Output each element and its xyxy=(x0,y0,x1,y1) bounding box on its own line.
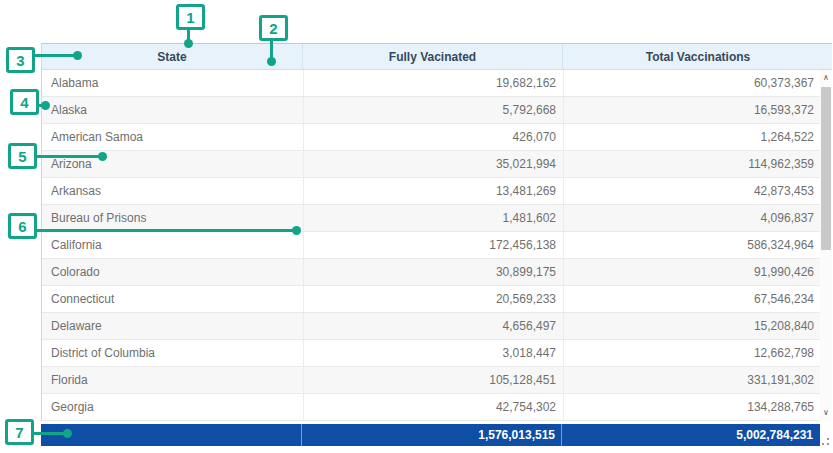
cell-total-vaccinations: 114,962,359 xyxy=(563,151,833,177)
cell-state: Connecticut xyxy=(42,286,303,312)
cell-state: District of Columbia xyxy=(42,340,303,366)
table-row: California 172,456,138 586,324,964 xyxy=(42,232,832,259)
scroll-up-icon[interactable]: ∧ xyxy=(820,72,832,84)
cell-state: Georgia xyxy=(42,394,303,420)
callout-1-label: 1 xyxy=(186,9,194,26)
callout-7-label: 7 xyxy=(15,424,23,441)
callout-3-label: 3 xyxy=(16,52,24,69)
cell-state: Florida xyxy=(42,367,303,393)
scrollbar-thumb[interactable] xyxy=(821,87,831,250)
cell-total-vaccinations: 15,208,840 xyxy=(563,313,833,339)
table-row: Arizona 35,021,994 114,962,359 xyxy=(42,151,832,178)
cell-fully-vaccinated: 42,754,302 xyxy=(303,394,563,420)
cell-fully-vaccinated: 35,021,994 xyxy=(303,151,563,177)
cell-fully-vaccinated: 30,899,175 xyxy=(303,259,563,285)
callout-3-line xyxy=(34,54,76,57)
cell-total-vaccinations: 91,990,426 xyxy=(563,259,833,285)
column-header-fully-vaccinated[interactable]: Fully Vacinated xyxy=(303,44,563,69)
callout-5-line xyxy=(36,155,100,158)
cell-state: Alabama xyxy=(42,70,303,96)
cell-fully-vaccinated: 426,070 xyxy=(303,124,563,150)
totals-cell-total-vaccinations: 5,002,784,231 xyxy=(562,424,820,446)
callout-7-line xyxy=(33,432,66,435)
callout-5-marker: 5 xyxy=(8,143,37,169)
cell-state: American Samoa xyxy=(42,124,303,150)
table-totals-row: 1,576,013,515 5,002,784,231 xyxy=(41,424,820,446)
callout-1-dot xyxy=(184,39,193,48)
callout-2-marker: 2 xyxy=(259,15,288,41)
callout-5-label: 5 xyxy=(18,148,26,165)
cell-fully-vaccinated: 172,456,138 xyxy=(303,232,563,258)
table-row: American Samoa 426,070 1,264,522 xyxy=(42,124,832,151)
cell-total-vaccinations: 67,546,234 xyxy=(563,286,833,312)
cell-fully-vaccinated: 20,569,233 xyxy=(303,286,563,312)
table-row: Florida 105,128,451 331,191,302 xyxy=(42,367,832,394)
table-row: Alaska 5,792,668 16,593,372 xyxy=(42,97,832,124)
callout-4-marker: 4 xyxy=(10,89,39,115)
table-row: Alabama 19,682,162 60,373,367 xyxy=(42,70,832,97)
callout-3-dot xyxy=(73,51,82,60)
table-row: Colorado 30,899,175 91,990,426 xyxy=(42,259,832,286)
cell-total-vaccinations: 42,873,453 xyxy=(563,178,833,204)
cell-total-vaccinations: 60,373,367 xyxy=(563,70,833,96)
cell-fully-vaccinated: 19,682,162 xyxy=(303,70,563,96)
table-row: Arkansas 13,481,269 42,873,453 xyxy=(42,178,832,205)
callout-6-line xyxy=(36,229,294,232)
table-row: Delaware 4,656,497 15,208,840 xyxy=(42,313,832,340)
totals-cell-state xyxy=(41,424,302,446)
cell-total-vaccinations: 12,662,798 xyxy=(563,340,833,366)
cell-fully-vaccinated: 3,018,447 xyxy=(303,340,563,366)
callout-3-marker: 3 xyxy=(6,47,35,73)
table-row: Bureau of Prisons 1,481,602 4,096,837 xyxy=(42,205,832,232)
cell-state: Arkansas xyxy=(42,178,303,204)
totals-cell-fully-vaccinated: 1,576,013,515 xyxy=(302,424,562,446)
cell-state: Colorado xyxy=(42,259,303,285)
cell-total-vaccinations: 16,593,372 xyxy=(563,97,833,123)
cell-state: California xyxy=(42,232,303,258)
column-header-total-vaccinations[interactable]: Total Vaccinations xyxy=(563,44,833,69)
vertical-scrollbar[interactable]: ∧ ∨ xyxy=(820,70,832,421)
callout-4-label: 4 xyxy=(20,94,28,111)
resize-grip-icon xyxy=(822,438,824,440)
callout-7-marker: 7 xyxy=(5,419,34,445)
table-row: District of Columbia 3,018,447 12,662,79… xyxy=(42,340,832,367)
cell-fully-vaccinated: 5,792,668 xyxy=(303,97,563,123)
callout-7-dot xyxy=(63,429,72,438)
callout-2-dot xyxy=(267,57,276,66)
table-header-row: State Fully Vacinated Total Vaccinations xyxy=(41,43,832,70)
scroll-down-icon[interactable]: ∨ xyxy=(820,407,832,419)
cell-total-vaccinations: 4,096,837 xyxy=(563,205,833,231)
cell-total-vaccinations: 1,264,522 xyxy=(563,124,833,150)
callout-1-marker: 1 xyxy=(176,4,205,30)
dashboard-canvas: State Fully Vacinated Total Vaccinations… xyxy=(0,0,833,453)
cell-state: Delaware xyxy=(42,313,303,339)
callout-4-dot xyxy=(41,101,50,110)
table-body: Alabama 19,682,162 60,373,367 Alaska 5,7… xyxy=(41,70,832,421)
cell-fully-vaccinated: 1,481,602 xyxy=(303,205,563,231)
callout-6-dot xyxy=(292,226,301,235)
vaccinations-table: State Fully Vacinated Total Vaccinations… xyxy=(41,43,832,446)
cell-fully-vaccinated: 4,656,497 xyxy=(303,313,563,339)
table-row: Georgia 42,754,302 134,288,765 xyxy=(42,394,832,421)
cell-total-vaccinations: 134,288,765 xyxy=(563,394,833,420)
cell-fully-vaccinated: 105,128,451 xyxy=(303,367,563,393)
cell-total-vaccinations: 331,191,302 xyxy=(563,367,833,393)
callout-2-label: 2 xyxy=(269,20,277,37)
callout-5-dot xyxy=(98,152,107,161)
cell-fully-vaccinated: 13,481,269 xyxy=(303,178,563,204)
cell-state: Bureau of Prisons xyxy=(42,205,303,231)
callout-6-label: 6 xyxy=(18,218,26,235)
cell-state: Alaska xyxy=(42,97,303,123)
cell-total-vaccinations: 586,324,964 xyxy=(563,232,833,258)
callout-6-marker: 6 xyxy=(8,213,37,239)
table-row: Connecticut 20,569,233 67,546,234 xyxy=(42,286,832,313)
